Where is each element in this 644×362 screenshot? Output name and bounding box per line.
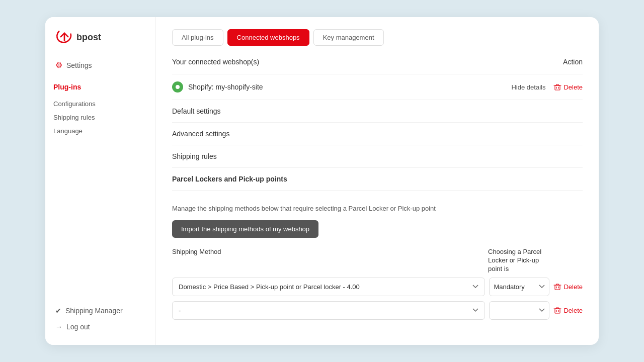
trash-row2-icon	[553, 306, 561, 314]
logout-link[interactable]: → Log out	[53, 321, 147, 333]
shipping-manager-link[interactable]: ✔ Shipping Manager	[53, 305, 147, 317]
delete-webshop-button[interactable]: Delete	[553, 83, 583, 91]
delete-row-2-button[interactable]: Delete	[553, 306, 583, 314]
webshop-name: Shopify: my-shopify-site	[188, 83, 263, 91]
shipping-method-select-1[interactable]: Domestic > Price Based > Pick-up point o…	[172, 278, 485, 296]
logout-label: Log out	[66, 323, 90, 331]
table-header: Shipping Method Choosing a Parcel Locker…	[172, 248, 583, 274]
webshop-status-dot	[172, 81, 183, 93]
svg-rect-6	[555, 309, 560, 313]
col-choosing-header: Choosing a Parcel Locker or Pick-up poin…	[488, 248, 548, 274]
left-nav-title: Plug-ins	[53, 83, 147, 91]
sidebar: bpost ⚙ Settings Plug-ins Configurations…	[45, 17, 156, 345]
nav-item-language[interactable]: Language	[53, 124, 147, 138]
delete-row-1-button[interactable]: Delete	[553, 283, 583, 291]
accordion-header-advanced[interactable]: Advanced settings	[172, 123, 583, 145]
svg-rect-0	[555, 85, 560, 90]
col-shipping-method-header: Shipping Method	[172, 248, 484, 255]
gear-icon: ⚙	[55, 60, 62, 70]
webshop-info: Shopify: my-shopify-site	[172, 81, 263, 93]
mandatory-select-2[interactable]: Mandatory Optional	[489, 301, 549, 320]
nav-item-shipping-rules[interactable]: Shipping rules	[53, 111, 147, 124]
import-shipping-methods-button[interactable]: Import the shipping methods of my websho…	[172, 220, 318, 238]
bpost-logo-icon	[55, 29, 73, 45]
tab-bar: All plug-ins Connected webshops Key mana…	[172, 29, 583, 46]
left-nav: Plug-ins Configurations Shipping rules L…	[45, 83, 155, 138]
delete-webshop-label: Delete	[564, 83, 583, 91]
app-container: bpost ⚙ Settings Plug-ins Configurations…	[45, 17, 599, 345]
table-row: Domestic > Price Based > Pick-up point o…	[172, 278, 583, 296]
table-row: - Mandatory Optional Delete	[172, 301, 583, 320]
accordion-parcel-lockers: Parcel Lockers and Pick-up points	[172, 168, 583, 191]
delete-row2-label: Delete	[564, 307, 583, 314]
parcel-section: Manage the shipping methods below that r…	[172, 191, 583, 333]
settings-nav: ⚙ Settings	[45, 57, 155, 83]
action-label: Action	[563, 58, 583, 66]
parcel-description: Manage the shipping methods below that r…	[172, 205, 583, 212]
settings-link[interactable]: ⚙ Settings	[53, 57, 147, 73]
shipping-manager-label: Shipping Manager	[65, 307, 123, 315]
sidebar-bottom: ✔ Shipping Manager → Log out	[45, 305, 155, 333]
trash-icon	[553, 83, 561, 91]
accordion-header-parcel[interactable]: Parcel Lockers and Pick-up points	[172, 168, 583, 190]
accordion-shipping-rules: Shipping rules	[172, 145, 583, 168]
parcel-title: Parcel Lockers and Pick-up points	[172, 175, 287, 183]
accordion-header-default[interactable]: Default settings	[172, 100, 583, 122]
hide-details-button[interactable]: Hide details	[511, 83, 545, 91]
shipping-method-select-2[interactable]: -	[172, 301, 485, 320]
settings-label: Settings	[66, 61, 92, 69]
accordion-advanced-settings: Advanced settings	[172, 123, 583, 145]
mandatory-select-1[interactable]: Mandatory Optional	[489, 278, 549, 296]
svg-rect-3	[555, 285, 560, 290]
logout-icon: →	[55, 323, 62, 331]
delete-row1-label: Delete	[564, 283, 583, 291]
tab-all-plugins[interactable]: All plug-ins	[172, 29, 223, 46]
logo-text: bpost	[76, 32, 101, 43]
nav-item-configurations[interactable]: Configurations	[53, 97, 147, 111]
main-content: All plug-ins Connected webshops Key mana…	[156, 17, 599, 345]
tab-connected-webshops[interactable]: Connected webshops	[227, 29, 309, 46]
page-header: Your connected webshop(s) Action	[172, 58, 583, 66]
webshop-row: Shopify: my-shopify-site Hide details De…	[172, 74, 583, 100]
trash-row1-icon	[553, 283, 561, 291]
accordion-header-shipping[interactable]: Shipping rules	[172, 145, 583, 167]
check-icon: ✔	[55, 307, 61, 315]
accordion-default-settings: Default settings	[172, 100, 583, 123]
tab-key-management[interactable]: Key management	[313, 29, 384, 46]
logo-area: bpost	[45, 29, 155, 57]
page-header-title: Your connected webshop(s)	[172, 58, 259, 66]
webshop-actions: Hide details Delete	[511, 83, 583, 91]
